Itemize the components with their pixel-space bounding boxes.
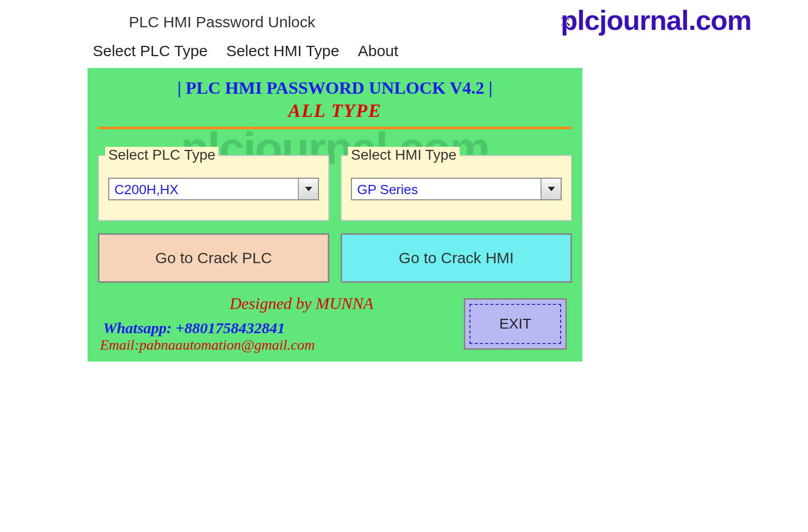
chevron-down-icon[interactable] bbox=[541, 179, 561, 199]
app-window: PLC HMI Password Unlock ✕ Select PLC Typ… bbox=[88, 8, 582, 362]
svg-marker-1 bbox=[548, 187, 555, 191]
hmi-type-group: Select HMI Type GP Series bbox=[341, 155, 572, 221]
brand-overlay: plcjournal.com bbox=[561, 4, 751, 36]
panel-title: | PLC HMI PASSWORD UNLOCK V4.2 | bbox=[98, 78, 572, 98]
svg-marker-0 bbox=[305, 187, 312, 191]
email-contact: Email:pabnaautomation@gmail.com bbox=[100, 337, 464, 353]
crack-plc-label: Go to Crack PLC bbox=[155, 249, 272, 267]
credits: Designed by MUNNA Whatsapp: +88017584328… bbox=[98, 294, 464, 353]
hmi-type-combobox[interactable]: GP Series bbox=[351, 178, 562, 200]
footer: Designed by MUNNA Whatsapp: +88017584328… bbox=[98, 294, 572, 353]
panel-subtitle: ALL TYPE bbox=[98, 100, 572, 122]
hmi-type-value: GP Series bbox=[352, 179, 541, 199]
exit-label: EXIT bbox=[499, 316, 531, 332]
plc-group-legend: Select PLC Type bbox=[105, 147, 218, 163]
designed-by: Designed by MUNNA bbox=[139, 294, 464, 313]
action-row: Go to Crack PLC Go to Crack HMI bbox=[98, 233, 572, 283]
plc-type-value: C200H,HX bbox=[109, 179, 298, 199]
main-panel: | PLC HMI PASSWORD UNLOCK V4.2 | ALL TYP… bbox=[88, 68, 582, 362]
plc-type-group: Select PLC Type C200H,HX bbox=[98, 155, 329, 221]
divider bbox=[98, 127, 572, 129]
menu-about[interactable]: About bbox=[358, 42, 398, 60]
whatsapp-contact: Whatsapp: +8801758432841 bbox=[103, 319, 464, 337]
hmi-group-legend: Select HMI Type bbox=[348, 147, 460, 163]
crack-hmi-button[interactable]: Go to Crack HMI bbox=[341, 233, 572, 283]
crack-plc-button[interactable]: Go to Crack PLC bbox=[98, 233, 329, 283]
plc-type-combobox[interactable]: C200H,HX bbox=[108, 178, 319, 200]
window-title: PLC HMI Password Unlock bbox=[129, 13, 315, 31]
crack-hmi-label: Go to Crack HMI bbox=[399, 249, 514, 267]
titlebar: PLC HMI Password Unlock ✕ bbox=[88, 8, 582, 36]
chevron-down-icon[interactable] bbox=[298, 179, 318, 199]
selector-row: Select PLC Type C200H,HX Select HMI Type… bbox=[98, 155, 572, 221]
menu-select-hmi[interactable]: Select HMI Type bbox=[226, 42, 340, 60]
menubar: Select PLC Type Select HMI Type About bbox=[88, 36, 582, 68]
menu-select-plc[interactable]: Select PLC Type bbox=[93, 42, 208, 60]
exit-button[interactable]: EXIT bbox=[464, 298, 567, 350]
